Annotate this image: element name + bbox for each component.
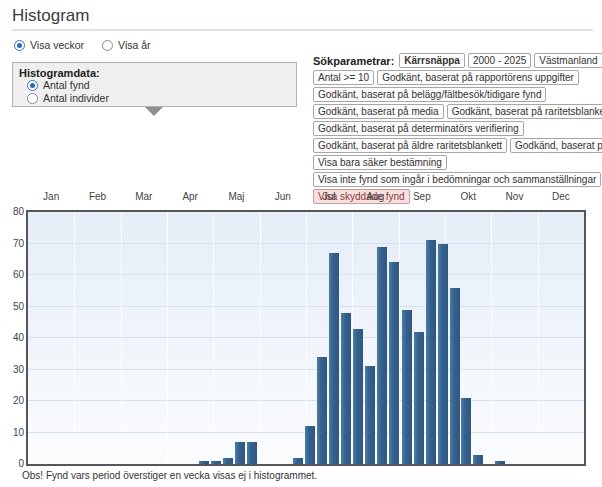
radio-visa-veckor[interactable]: Visa veckor <box>14 39 84 51</box>
plot-area <box>26 210 586 466</box>
bar-week-40 <box>461 398 471 464</box>
search-param-tag: 2000 - 2025 <box>468 53 531 68</box>
y-axis-label: 20 <box>13 396 24 406</box>
bar-week-45 <box>495 461 505 464</box>
bar-week-41 <box>473 455 483 464</box>
bar-week-19 <box>223 458 233 464</box>
page-title: Histogram <box>12 6 89 26</box>
radio-label: Visa år <box>118 39 151 51</box>
month-axis: JanFebMarAprMajJunJulAugSepOktNovDec <box>28 191 584 203</box>
search-param-tag: Godkänd, baserat på referens <box>510 138 602 153</box>
radio-label: Antal individer <box>43 92 109 104</box>
month-label: Feb <box>89 191 106 202</box>
radio-antal-fynd[interactable]: Antal fynd <box>27 79 90 91</box>
month-label: Apr <box>182 191 198 202</box>
v-gridline <box>167 212 168 464</box>
month-label: Okt <box>460 191 476 202</box>
month-label: Aug <box>367 191 385 202</box>
chart-note: Obs! Fynd vars period överstiger en veck… <box>22 470 317 481</box>
month-label: Dec <box>552 191 570 202</box>
y-axis-label: 30 <box>13 365 24 375</box>
search-param-tag: Godkänt, baserat på belägg/fältbesök/tid… <box>313 87 546 102</box>
bar-week-18 <box>211 461 221 464</box>
radio-icon <box>102 40 113 51</box>
search-params-row: Godkänt, baserat på äldre raritetsblanke… <box>313 138 602 153</box>
y-axis-label: 0 <box>18 459 24 469</box>
search-params-row-first: Sökparametrar: Kärrsnäppa2000 - 2025Väst… <box>313 53 602 68</box>
radio-icon <box>27 93 38 104</box>
search-params-row: Visa bara säker bestämning <box>313 155 602 170</box>
search-param-tag: Godkänt, baserat på media <box>313 104 444 119</box>
month-label: Jul <box>323 191 336 202</box>
search-params-row: Godkänt, baserat på determinatörs verifi… <box>313 121 602 136</box>
search-params-row: Godkänt, baserat på belägg/fältbesök/tid… <box>313 87 602 102</box>
v-gridline <box>213 212 214 464</box>
y-axis: 01020304050607080 <box>0 212 24 464</box>
bar-week-33 <box>377 247 387 464</box>
radio-visa-ar[interactable]: Visa år <box>102 39 151 51</box>
bar-week-21 <box>247 442 257 464</box>
search-param-tag: Kärrsnäppa <box>399 53 465 68</box>
search-params-row: Visa inte fynd som ingår i bedömningar o… <box>313 172 602 187</box>
month-label: Nov <box>506 191 524 202</box>
bar-week-35 <box>402 310 412 464</box>
y-axis-label: 60 <box>13 270 24 280</box>
radio-icon <box>14 40 25 51</box>
bar-week-29 <box>329 253 339 464</box>
v-gridline <box>121 212 122 464</box>
bar-week-30 <box>341 313 351 464</box>
bar-week-39 <box>450 288 460 464</box>
box-arrow-down-icon <box>145 107 163 116</box>
bar-week-32 <box>365 366 375 464</box>
radio-label: Antal fynd <box>43 79 90 91</box>
search-param-tag: Godkänt, baserat på rapportörens uppgift… <box>377 70 579 85</box>
month-label: Jun <box>275 191 291 202</box>
search-param-tag: Visa inte fynd som ingår i bedömningar o… <box>313 172 601 187</box>
bar-week-34 <box>389 262 399 464</box>
search-params-row: Godkänt, baserat på mediaGodkänt, basera… <box>313 104 602 119</box>
bar-week-38 <box>438 244 448 465</box>
bar-week-37 <box>426 240 436 464</box>
bar-week-20 <box>235 442 245 464</box>
month-label: Sep <box>413 191 431 202</box>
bar-week-31 <box>353 329 363 464</box>
y-axis-label: 70 <box>13 239 24 249</box>
v-gridline <box>260 212 261 464</box>
v-gridline <box>491 212 492 464</box>
bar-week-27 <box>305 426 315 464</box>
bar-week-17 <box>199 461 209 464</box>
bar-week-26 <box>293 458 303 464</box>
search-params-label: Sökparametrar: <box>313 55 394 67</box>
search-params-row: Antal >= 10Godkänt, baserat på rapportör… <box>313 70 602 85</box>
month-label: Maj <box>228 191 244 202</box>
search-param-tag: Antal >= 10 <box>313 70 374 85</box>
y-axis-label: 10 <box>13 428 24 438</box>
histogram-data-box-label: Histogramdata: <box>19 67 100 79</box>
search-param-tag: Godkänt, baserat på raritetsblankett <box>447 104 602 119</box>
month-label: Jan <box>43 191 59 202</box>
search-param-tag: Visa bara säker bestämning <box>313 155 447 170</box>
v-gridline <box>538 212 539 464</box>
histogram-page: Histogram Visa veckor Visa år Histogramd… <box>0 0 602 487</box>
y-axis-label: 80 <box>13 207 24 217</box>
radio-icon <box>27 80 38 91</box>
search-params-rows: Sökparametrar: Kärrsnäppa2000 - 2025Väst… <box>313 53 602 204</box>
search-param-tag: Godkänt, baserat på determinatörs verifi… <box>313 121 524 136</box>
bar-week-28 <box>317 357 327 464</box>
title-divider <box>12 29 593 31</box>
view-toggle-group: Visa veckor Visa år <box>14 39 151 51</box>
search-param-tag: Godkänt, baserat på äldre raritetsblanke… <box>313 138 507 153</box>
radio-label: Visa veckor <box>30 39 84 51</box>
y-axis-label: 40 <box>13 333 24 343</box>
month-label: Mar <box>135 191 152 202</box>
radio-antal-individer[interactable]: Antal individer <box>27 92 109 104</box>
y-axis-label: 50 <box>13 302 24 312</box>
v-gridline <box>74 212 75 464</box>
histogram-data-box: Histogramdata: Antal fynd Antal individe… <box>12 62 297 107</box>
search-param-tag: Västmanland <box>534 53 602 68</box>
bar-week-36 <box>414 332 424 464</box>
